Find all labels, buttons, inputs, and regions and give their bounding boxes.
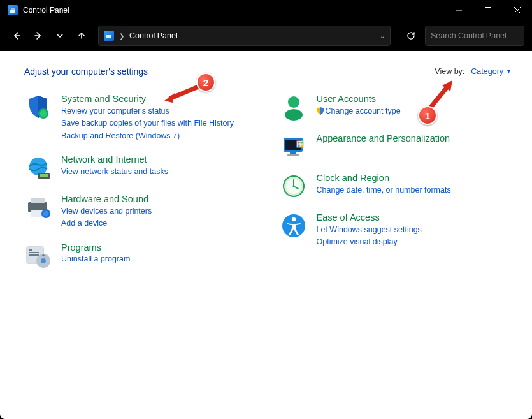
category-clock-region: Clock and Region Change date, time, or n… bbox=[280, 172, 512, 200]
maximize-button[interactable] bbox=[473, 0, 503, 20]
annotation-step-2: 2 bbox=[196, 73, 215, 92]
view-by: View by: Category ▼ bbox=[435, 67, 512, 76]
svg-point-22 bbox=[285, 109, 303, 121]
svg-rect-31 bbox=[287, 154, 299, 156]
svg-rect-18 bbox=[29, 254, 39, 256]
accessibility-icon bbox=[280, 212, 308, 240]
svg-rect-28 bbox=[298, 145, 300, 147]
link-optimize-display[interactable]: Optimize visual display bbox=[317, 236, 512, 248]
link-uninstall[interactable]: Uninstall a program bbox=[61, 253, 257, 265]
svg-rect-30 bbox=[290, 152, 296, 154]
category-system-security: System and Security Review your computer… bbox=[24, 93, 257, 142]
link-clock-region[interactable]: Clock and Region bbox=[317, 173, 389, 183]
address-bar[interactable]: ❯ Control Panel ⌄ bbox=[98, 26, 391, 46]
link-system-security[interactable]: System and Security bbox=[61, 94, 146, 104]
svg-point-7 bbox=[29, 158, 47, 175]
back-button[interactable] bbox=[8, 27, 25, 45]
history-dropdown-button[interactable] bbox=[51, 27, 69, 45]
link-user-accounts[interactable]: User Accounts bbox=[317, 94, 377, 104]
refresh-button[interactable] bbox=[401, 31, 421, 41]
svg-point-6 bbox=[40, 110, 47, 117]
globe-icon bbox=[24, 154, 52, 182]
uac-shield-icon bbox=[317, 107, 324, 119]
control-panel-icon bbox=[8, 5, 18, 15]
link-devices-printers[interactable]: View devices and printers bbox=[61, 205, 257, 217]
page-title: Adjust your computer's settings bbox=[24, 66, 148, 77]
category-ease-of-access: Ease of Access Let Windows suggest setti… bbox=[280, 212, 512, 249]
link-appearance[interactable]: Appearance and Personalization bbox=[317, 133, 450, 143]
svg-rect-16 bbox=[29, 249, 32, 251]
svg-rect-26 bbox=[298, 142, 300, 144]
up-button[interactable] bbox=[73, 27, 90, 45]
breadcrumb-item[interactable]: Control Panel bbox=[129, 31, 178, 40]
titlebar: Control Panel bbox=[0, 0, 532, 20]
svg-point-36 bbox=[291, 217, 295, 221]
link-network-internet[interactable]: Network and Internet bbox=[61, 154, 147, 165]
link-review-status[interactable]: Review your computer's status bbox=[61, 105, 257, 117]
forward-button[interactable] bbox=[29, 27, 47, 45]
annotation-step-1: 1 bbox=[418, 106, 437, 125]
svg-rect-0 bbox=[10, 10, 15, 13]
svg-rect-9 bbox=[40, 174, 48, 177]
user-icon bbox=[280, 93, 308, 121]
category-hardware: Hardware and Sound View devices and prin… bbox=[24, 193, 257, 230]
programs-icon bbox=[24, 242, 52, 270]
svg-rect-3 bbox=[106, 35, 111, 38]
right-column: User Accounts Change account type bbox=[280, 93, 512, 270]
search-input[interactable] bbox=[431, 31, 531, 40]
link-file-history[interactable]: Save backup copies of your files with Fi… bbox=[61, 117, 257, 129]
control-panel-icon bbox=[104, 31, 114, 41]
link-ease-of-access[interactable]: Ease of Access bbox=[317, 212, 380, 223]
clock-icon bbox=[280, 172, 308, 200]
nav-toolbar: ❯ Control Panel ⌄ bbox=[0, 20, 532, 51]
svg-rect-11 bbox=[31, 198, 45, 203]
monitor-icon bbox=[280, 133, 308, 161]
link-change-date[interactable]: Change date, time, or number formats bbox=[317, 184, 512, 196]
svg-point-34 bbox=[292, 185, 294, 187]
svg-rect-1 bbox=[11, 8, 15, 10]
category-programs: Programs Uninstall a program bbox=[24, 242, 257, 270]
close-button[interactable] bbox=[503, 0, 532, 20]
view-by-label: View by: bbox=[435, 67, 464, 76]
search-box[interactable] bbox=[425, 26, 524, 46]
link-add-device[interactable]: Add a device bbox=[61, 217, 257, 230]
content-pane: Adjust your computer's settings View by:… bbox=[0, 51, 532, 419]
caret-down-icon: ▼ bbox=[506, 68, 512, 75]
svg-rect-2 bbox=[485, 8, 491, 13]
svg-point-14 bbox=[43, 210, 49, 216]
link-suggest-settings[interactable]: Let Windows suggest settings bbox=[317, 224, 512, 236]
link-hardware-sound[interactable]: Hardware and Sound bbox=[61, 194, 148, 204]
link-network-status[interactable]: View network status and tasks bbox=[61, 166, 257, 178]
printer-icon bbox=[24, 193, 52, 221]
left-column: System and Security Review your computer… bbox=[24, 93, 257, 270]
category-network: Network and Internet View network status… bbox=[24, 154, 257, 182]
link-backup-restore[interactable]: Backup and Restore (Windows 7) bbox=[61, 130, 257, 142]
svg-rect-27 bbox=[300, 142, 303, 144]
shield-icon bbox=[24, 93, 52, 121]
view-by-dropdown[interactable]: Category ▼ bbox=[471, 67, 512, 76]
chevron-down-icon[interactable]: ⌄ bbox=[380, 33, 385, 40]
view-by-mode: Category bbox=[471, 67, 503, 76]
minimize-button[interactable] bbox=[444, 0, 473, 20]
link-change-account-type[interactable]: Change account type bbox=[317, 105, 512, 119]
window-title: Control Panel bbox=[23, 6, 69, 15]
svg-rect-29 bbox=[300, 145, 303, 147]
svg-point-21 bbox=[288, 96, 299, 108]
category-appearance: Appearance and Personalization bbox=[280, 133, 512, 161]
link-programs[interactable]: Programs bbox=[61, 242, 101, 253]
svg-point-20 bbox=[41, 258, 46, 263]
svg-rect-17 bbox=[29, 252, 39, 253]
chevron-right-icon: ❯ bbox=[119, 33, 124, 40]
category-user-accounts: User Accounts Change account type bbox=[280, 93, 512, 121]
